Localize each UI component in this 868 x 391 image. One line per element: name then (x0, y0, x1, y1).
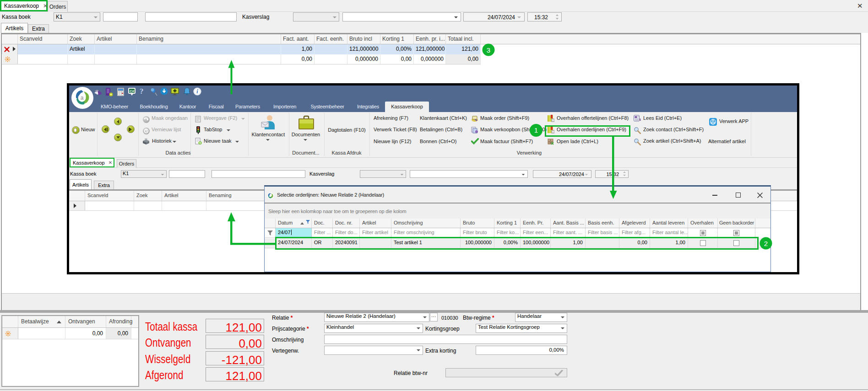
svg-text:2: 2 (764, 240, 768, 247)
